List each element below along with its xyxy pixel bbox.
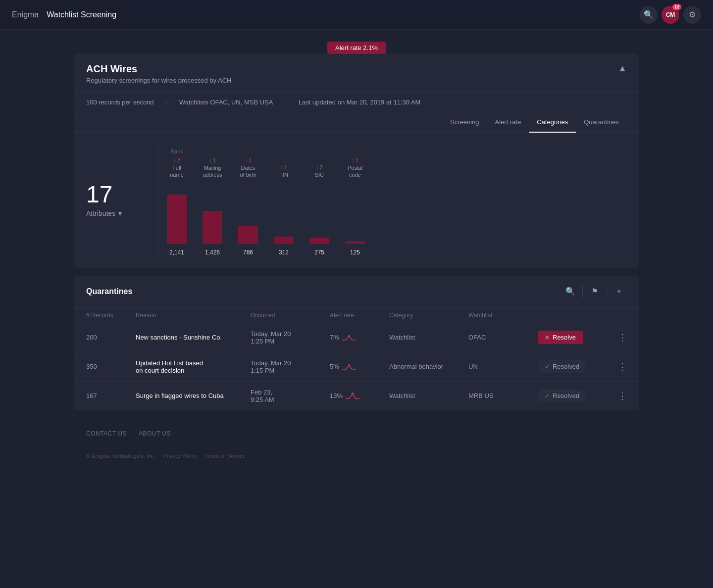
- bar-group-dob: ↑ 1 Datesof birth 786: [238, 154, 258, 256]
- bar-dob: [238, 226, 258, 244]
- resolved-button-2[interactable]: ✓ Resolved: [538, 360, 586, 373]
- table-row: 200 New sanctions - Sunshine Co. Today, …: [74, 323, 639, 352]
- meta-separator-1: |: [166, 98, 167, 106]
- quarantines-section: Quarantines 🔍 ⚑ ＋ # Records Reason Occur…: [74, 276, 639, 410]
- bar-wrapper-postal: [345, 185, 365, 244]
- quarantines-title: Quarantines: [86, 287, 132, 296]
- collapse-button[interactable]: ▲: [618, 63, 627, 74]
- bar-mailing: [203, 211, 222, 244]
- resolved-label-2: Resolved: [553, 363, 579, 370]
- search-button[interactable]: 🔍: [640, 6, 658, 24]
- tab-alert-rate[interactable]: Alert rate: [487, 112, 529, 133]
- row3-alert: 13%: [330, 392, 389, 400]
- check-icon-2: ✓: [545, 363, 550, 370]
- bar-header-tin: ↑ 1 TIN: [279, 161, 288, 178]
- copyright-text: © Enigma Technologies, Inc.: [86, 453, 155, 459]
- app-brand: Enigma: [12, 10, 39, 19]
- bar-label-fullname: Fullname: [170, 164, 184, 179]
- bar-change-dob: ↑ 1: [245, 157, 252, 163]
- row1-menu: ⋮: [607, 332, 627, 343]
- bookmark-icon: ⚑: [591, 287, 598, 296]
- quarantines-header: Quarantines 🔍 ⚑ ＋: [74, 276, 639, 308]
- bar-change-sic: ↓ 2: [316, 164, 323, 170]
- bar-header-sic: ↓ 2 SIC: [315, 161, 324, 178]
- tab-screening[interactable]: Screening: [442, 112, 487, 133]
- bar-header-fullname: Rank ↑ 2 Fullname: [170, 148, 184, 179]
- resolved-button-3[interactable]: ✓ Resolved: [538, 389, 586, 402]
- card-header: ACH Wires Regulatory screenings for wire…: [74, 53, 639, 93]
- bar-group-mailing: ↓ 1 Mailingaddress 1,426: [203, 154, 222, 256]
- bar-label-postal: Postalcode: [348, 164, 363, 179]
- plus-icon: ＋: [615, 286, 623, 296]
- row1-watchlist: OFAC: [468, 334, 538, 341]
- ellipsis-icon-3: ⋮: [618, 391, 627, 401]
- row3-reason: Surge in flagged wires to Cuba: [136, 392, 251, 399]
- row2-more-button[interactable]: ⋮: [618, 361, 627, 372]
- svg-point-2: [352, 392, 354, 394]
- svg-point-0: [348, 335, 350, 337]
- action-separator: [582, 286, 583, 297]
- bar-wrapper-dob: [238, 185, 258, 244]
- last-updated: Last updated on Mar 20, 2019 at 11:30 AM: [299, 98, 420, 106]
- row1-reason: New sanctions - Sunshine Co.: [136, 334, 251, 341]
- row1-category: Watchlist: [389, 334, 468, 341]
- bar-wrapper-tin: [274, 185, 294, 244]
- row2-action: ✓ Resolved: [538, 360, 607, 373]
- app-title: Watchlist Screening: [47, 10, 116, 19]
- attributes-label[interactable]: Attributes ▾: [86, 209, 151, 217]
- row2-watchlist: UN: [468, 363, 538, 370]
- card-header-info: ACH Wires Regulatory screenings for wire…: [86, 63, 231, 84]
- contact-us-link[interactable]: CONTACT US: [86, 430, 127, 437]
- about-us-link[interactable]: ABOUT US: [139, 430, 171, 437]
- col-header-action: [538, 312, 607, 319]
- terms-of-service-link[interactable]: Terms of Service: [205, 453, 246, 459]
- quarantines-add-button[interactable]: ＋: [611, 284, 627, 299]
- bar-group-tin: ↑ 1 TIN 312: [274, 161, 294, 255]
- up-arrow-icon-tin: ↑: [280, 164, 283, 170]
- row3-more-button[interactable]: ⋮: [618, 391, 627, 401]
- card-subtitle: Regulatory screenings for wires processe…: [86, 77, 231, 84]
- row3-occurred: Feb 23,9:25 AM: [251, 389, 330, 403]
- watchlists: Watchlists OFAC, UN, MSB USA: [179, 98, 273, 106]
- sparkline-icon-2: [342, 362, 362, 371]
- col-header-alert-rate: Alert rate: [330, 312, 389, 319]
- table-header: # Records Reason Occurred Alert rate Cat…: [74, 308, 639, 323]
- sparkline-icon: [342, 333, 362, 342]
- chart-divider: [158, 145, 159, 256]
- quarantines-actions: 🔍 ⚑ ＋: [562, 284, 627, 299]
- resolve-button[interactable]: ✕ Resolve: [538, 331, 583, 344]
- footer-copyright: © Enigma Technologies, Inc. Privacy Poli…: [74, 447, 639, 465]
- bar-tin: [274, 237, 294, 244]
- navbar: Enigma Watchlist Screening 🔍 CM 12 ⚙: [0, 0, 713, 30]
- privacy-policy-link[interactable]: Privacy Policy: [163, 453, 197, 459]
- user-avatar-button[interactable]: CM 12: [662, 6, 679, 24]
- row1-occurred: Today, Mar 201:25 PM: [251, 330, 330, 345]
- settings-button[interactable]: ⚙: [683, 6, 701, 24]
- row2-alert: 5%: [330, 362, 389, 371]
- bar-wrapper-fullname: [167, 185, 187, 244]
- bar-label-sic: SIC: [315, 171, 324, 178]
- quarantines-search-button[interactable]: 🔍: [562, 284, 578, 299]
- search-icon-q: 🔍: [565, 287, 575, 296]
- categories-chart-area: 17 Attributes ▾ Rank ↑ 2: [74, 133, 639, 268]
- alert-rate-bar: Alert rate 2.1%: [74, 42, 639, 54]
- navbar-actions: 🔍 CM 12 ⚙: [640, 6, 701, 24]
- chevron-up-icon: ▲: [618, 63, 627, 73]
- quarantines-bookmark-button[interactable]: ⚑: [587, 284, 603, 299]
- bar-group-sic: ↓ 2 SIC 275: [309, 161, 329, 255]
- bar-value-tin: 312: [279, 249, 289, 256]
- bar-header-mailing: ↓ 1 Mailingaddress: [203, 154, 222, 179]
- tab-categories[interactable]: Categories: [529, 112, 576, 133]
- bar-value-dob: 786: [243, 249, 253, 256]
- bar-header-postal: ↑ 1 Postalcode: [348, 154, 363, 179]
- gear-icon: ⚙: [689, 10, 696, 19]
- tab-quarantines[interactable]: Quarantines: [576, 112, 627, 133]
- bar-change-postal: ↑ 1: [352, 157, 358, 163]
- row1-more-button[interactable]: ⋮: [618, 332, 627, 343]
- bar-sic: [309, 238, 329, 244]
- check-icon-3: ✓: [545, 392, 550, 399]
- col-header-records: # Records: [86, 312, 136, 319]
- search-icon: 🔍: [644, 10, 654, 19]
- alert-rate-pill: Alert rate 2.1%: [327, 42, 386, 54]
- row2-category: Abnormal behavior: [389, 363, 468, 370]
